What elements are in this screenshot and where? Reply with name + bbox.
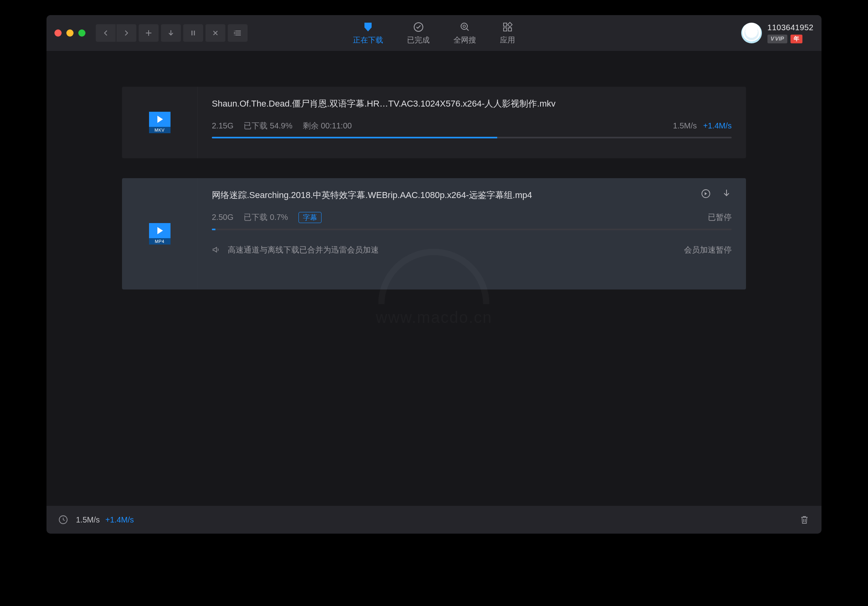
forward-button[interactable] <box>116 24 136 42</box>
svg-point-1 <box>461 23 467 29</box>
resume-button[interactable] <box>721 188 732 200</box>
svg-rect-3 <box>504 23 507 26</box>
subtitle-chip[interactable]: 字幕 <box>298 212 322 223</box>
svg-rect-6 <box>508 28 511 31</box>
stats-row: 2.15G 已下载 54.9% 剩余 00:11:00 1.5M/s +1.4M… <box>212 120 732 131</box>
maximize-button[interactable] <box>78 29 85 37</box>
tab-search[interactable]: 全网搜 <box>453 21 476 45</box>
megaphone-icon <box>212 245 221 254</box>
promo-text: 高速通道与离线下载已合并为迅雷会员加速 <box>228 245 379 255</box>
progress-bar <box>212 229 732 230</box>
promo-row: 高速通道与离线下载已合并为迅雷会员加速 会员加速暂停 <box>212 245 732 255</box>
svg-point-2 <box>463 25 465 27</box>
file-icon-column: MP4 <box>122 178 198 289</box>
file-icon: MKV <box>149 112 170 133</box>
user-area[interactable]: 1103641952 VVIP 年 <box>741 23 814 43</box>
file-icon: MP4 <box>149 223 170 245</box>
pause-button[interactable] <box>183 24 203 42</box>
status-boost: +1.4M/s <box>105 515 134 524</box>
progress-bar <box>212 137 732 138</box>
toolbar <box>96 24 248 42</box>
item-actions <box>700 188 732 200</box>
content-area: www.macdo.cn MKV Shaun.Of.The.Dead.僵尸肖恩.… <box>46 51 822 506</box>
start-button[interactable] <box>161 24 181 42</box>
apps-icon <box>502 21 513 33</box>
tab-completed[interactable]: 已完成 <box>407 21 430 45</box>
downloaded-pct: 已下载 0.7% <box>244 212 288 223</box>
traffic-lights <box>54 29 85 37</box>
file-ext: MKV <box>149 127 170 133</box>
file-size: 2.50G <box>212 213 233 222</box>
back-button[interactable] <box>96 24 116 42</box>
vip-badge: VVIP <box>767 35 787 43</box>
nav-tabs: 正在下载 已完成 全网搜 应用 <box>353 21 515 45</box>
tab-downloading[interactable]: 正在下载 <box>353 21 383 45</box>
status-speed: 1.5M/s <box>76 515 100 524</box>
progress-fill <box>212 229 215 230</box>
tab-label: 应用 <box>500 35 515 45</box>
tab-label: 已完成 <box>407 35 430 45</box>
status-label: 已暂停 <box>708 212 732 223</box>
titlebar: 正在下载 已完成 全网搜 应用 <box>46 15 822 51</box>
svg-rect-5 <box>504 28 507 31</box>
promo-status: 会员加速暂停 <box>684 245 732 255</box>
file-size: 2.15G <box>212 121 233 130</box>
user-info: 1103641952 VVIP 年 <box>767 23 814 43</box>
statusbar: 1.5M/s +1.4M/s <box>46 506 822 534</box>
speed-boost: +1.4M/s <box>703 121 732 130</box>
user-badges: VVIP 年 <box>767 35 814 43</box>
file-ext: MP4 <box>149 238 170 245</box>
stats-row: 2.50G 已下载 0.7% 字幕 已暂停 <box>212 212 732 223</box>
filename: Shaun.Of.The.Dead.僵尸肖恩.双语字幕.HR…TV.AC3.10… <box>212 98 732 110</box>
list-button[interactable] <box>228 24 248 42</box>
svg-rect-4 <box>508 22 512 27</box>
clock-icon <box>58 515 68 524</box>
tab-label: 全网搜 <box>453 35 476 45</box>
file-icon-column: MKV <box>122 87 198 158</box>
download-icon <box>362 21 374 33</box>
delete-button[interactable] <box>205 24 225 42</box>
download-item[interactable]: MP4 网络迷踪.Searching.2018.中英特效字幕.WEBrip.AA… <box>122 178 746 289</box>
avatar[interactable] <box>741 23 762 43</box>
tab-apps[interactable]: 应用 <box>500 21 515 45</box>
search-icon <box>459 21 471 33</box>
check-circle-icon <box>413 21 424 33</box>
download-item[interactable]: MKV Shaun.Of.The.Dead.僵尸肖恩.双语字幕.HR…TV.AC… <box>122 87 746 158</box>
replay-button[interactable] <box>700 188 712 200</box>
trash-button[interactable] <box>799 515 810 525</box>
time-remaining: 剩余 00:11:00 <box>303 120 352 131</box>
add-button[interactable] <box>139 24 159 42</box>
speed: 1.5M/s <box>673 121 697 130</box>
progress-fill <box>212 137 497 138</box>
minimize-button[interactable] <box>66 29 74 37</box>
app-window: 正在下载 已完成 全网搜 应用 <box>46 15 822 534</box>
user-id: 1103641952 <box>767 23 814 32</box>
tab-label: 正在下载 <box>353 35 383 45</box>
year-badge: 年 <box>790 35 802 43</box>
filename: 网络迷踪.Searching.2018.中英特效字幕.WEBrip.AAC.10… <box>212 189 732 202</box>
close-button[interactable] <box>54 29 62 37</box>
downloaded-pct: 已下载 54.9% <box>244 120 292 131</box>
